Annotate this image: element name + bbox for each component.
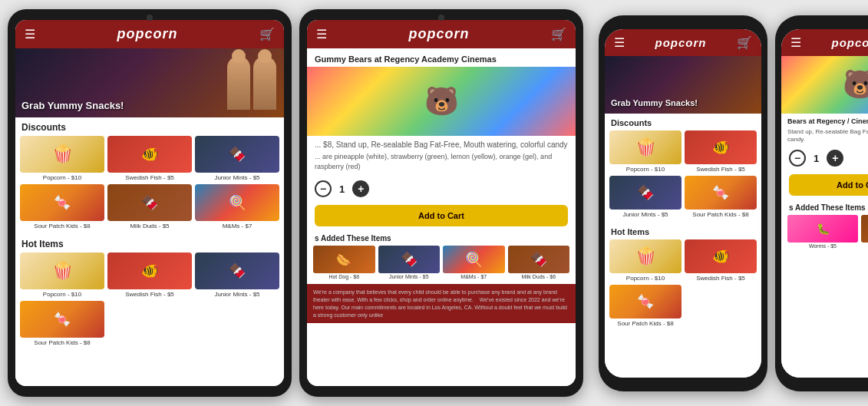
- hot-junior-img: [195, 253, 279, 289]
- hot-sour-1[interactable]: Sour Patch Kids - $8: [20, 301, 104, 346]
- popcorn-img: [20, 136, 104, 173]
- tablet-1-content: Grab Yummy Snacks! Discounts Popcorn - $…: [15, 48, 284, 386]
- worms-img: [787, 215, 858, 243]
- tablet-2-content: Gummy Bears at Regency Academy Cinemas .…: [307, 48, 576, 386]
- app-header-phone1: ☰ popcorn 🛒: [605, 29, 761, 56]
- hamburger-icon-phone2[interactable]: ☰: [790, 35, 801, 50]
- tablet-screen-2: ☰ popcorn 🛒 Gummy Bears at Regency Acade…: [307, 20, 576, 386]
- worms-label: Worms - $5: [809, 243, 837, 249]
- phone1-hot-popcorn-label: Popcorn - $10: [626, 275, 665, 282]
- phone1-sour[interactable]: Sour Patch Kids - $8: [685, 176, 757, 218]
- detail-desc-phone2: Stand up, Re-sealable Bag Fat-Free, ring…: [781, 127, 868, 146]
- qty-decrease-phone2[interactable]: −: [789, 150, 806, 167]
- others-hotdog-phone2[interactable]: Hot Dog - $8: [861, 215, 868, 249]
- tablet-device-2: ☰ popcorn 🛒 Gummy Bears at Regency Acade…: [299, 9, 583, 397]
- phone1-junior[interactable]: Junior Mints - $5: [609, 176, 682, 218]
- cart-icon-1[interactable]: 🛒: [259, 27, 275, 41]
- hot-popcorn-1[interactable]: Popcorn - $10: [20, 253, 104, 298]
- cart-icon-phone1[interactable]: 🛒: [737, 35, 752, 50]
- hot-popcorn-img: [20, 253, 104, 289]
- phone-notch-1: [660, 15, 706, 23]
- phone1-sour-visual: [685, 176, 757, 210]
- hotdog2-img: [861, 215, 868, 243]
- hot-sour-img: [20, 301, 104, 338]
- phone1-hot-popcorn-img: [609, 239, 682, 273]
- phone1-sour-img: [685, 176, 757, 210]
- phone1-hot-swedish-visual: [685, 239, 757, 273]
- tablet-notch-2: [438, 15, 444, 21]
- hot-swedish-1[interactable]: Swedish Fish - $5: [107, 253, 192, 298]
- others-hotdog-tablet[interactable]: Hot Dog - $8: [313, 246, 375, 279]
- others-junior-visual: [378, 246, 441, 273]
- hot-popcorn-visual: [20, 253, 104, 289]
- phone1-popcorn-visual: [609, 130, 682, 164]
- hot-sour-visual: [20, 301, 104, 338]
- phone1-swedish-label: Swedish Fish - $5: [696, 166, 745, 173]
- product-milkduds-1[interactable]: Milk Duds - $5: [107, 184, 192, 229]
- others-worms-phone2[interactable]: Worms - $5: [787, 215, 858, 249]
- quantity-row-tablet: − 1 +: [307, 176, 576, 202]
- hot-items-header-phone1: Hot Items: [605, 223, 761, 239]
- hamburger-icon-phone1[interactable]: ☰: [614, 35, 625, 50]
- phone1-hot-sour[interactable]: Sour Patch Kids - $8: [609, 285, 682, 327]
- app-header-phone2: ☰ popcorn 🛒: [781, 29, 868, 56]
- phone-screen-1: ☰ popcorn 🛒 Grab Yummy Snacks! Discounts…: [605, 29, 761, 378]
- others-milkduds-tablet[interactable]: Milk Duds - $6: [508, 246, 570, 279]
- qty-increase-phone2[interactable]: +: [827, 150, 843, 167]
- others-added-header-tablet: s Added These Items: [307, 229, 576, 246]
- popcorn-label-1: Popcorn - $10: [43, 174, 81, 181]
- worms-visual: [787, 215, 858, 243]
- cart-icon-2[interactable]: 🛒: [551, 27, 566, 41]
- discounts-grid-phone1: Popcorn - $10 Swedish Fish - $5 Junior M…: [605, 130, 761, 223]
- tablet-device-1: ☰ popcorn 🛒 Grab Yummy Snacks! Discounts: [8, 9, 292, 397]
- product-swedish-1[interactable]: Swedish Fish - $5: [107, 136, 192, 181]
- hot-swedish-label: Swedish Fish - $5: [125, 291, 174, 298]
- hot-items-grid-1: Popcorn - $10 Swedish Fish - $5 Junior M…: [15, 253, 284, 351]
- phone1-junior-img: [609, 176, 682, 210]
- product-mms-1[interactable]: M&Ms - $7: [195, 184, 279, 229]
- qty-increase-tablet[interactable]: +: [352, 180, 369, 197]
- phone1-hot-popcorn[interactable]: Popcorn - $10: [609, 239, 682, 282]
- others-mms-tablet[interactable]: M&Ms - $7: [443, 246, 505, 279]
- add-to-cart-tablet[interactable]: Add to Cart: [315, 205, 568, 226]
- qty-decrease-tablet[interactable]: −: [315, 180, 332, 197]
- detail-title-tablet: Gummy Bears at Regency Academy Cinemas: [307, 48, 576, 67]
- phone1-popcorn[interactable]: Popcorn - $10: [609, 130, 682, 173]
- hot-swedish-img: [107, 253, 192, 289]
- product-junior-1[interactable]: Junior Mints - $5: [195, 136, 279, 181]
- others-milkduds-label: Milk Duds - $6: [521, 274, 556, 279]
- hot-junior-label: Junior Mints - $5: [214, 291, 259, 298]
- app-header-1: ☰ popcorn 🛒: [15, 20, 284, 48]
- add-to-cart-phone2[interactable]: Add to Cart: [789, 174, 868, 196]
- discounts-header-1: Discounts: [15, 117, 284, 136]
- phone-device-1: ☰ popcorn 🛒 Grab Yummy Snacks! Discounts…: [599, 15, 767, 391]
- hot-junior-1[interactable]: Junior Mints - $5: [195, 253, 279, 298]
- hotdog-visual: [313, 246, 375, 273]
- others-mms-label: M&Ms - $7: [460, 274, 487, 279]
- phone1-sour-label: Sour Patch Kids - $8: [692, 211, 748, 218]
- phone1-content: Grab Yummy Snacks! Discounts Popcorn - $…: [605, 56, 761, 378]
- phone1-hot-swedish-img: [685, 239, 757, 273]
- phone1-swedish[interactable]: Swedish Fish - $5: [685, 130, 757, 173]
- product-sour-1[interactable]: Sour Patch Kids - $8: [20, 184, 104, 229]
- hot-items-grid-phone1: Popcorn - $10 Swedish Fish - $5 Sour Pat…: [605, 239, 761, 332]
- others-milkduds-img: [508, 246, 570, 273]
- others-added-grid-tablet: Hot Dog - $8 Junior Mints - $5 M&Ms - $7…: [307, 246, 576, 284]
- product-popcorn-1[interactable]: Popcorn - $10: [20, 136, 104, 181]
- tablet-screen-1: ☰ popcorn 🛒 Grab Yummy Snacks! Discounts: [15, 20, 284, 386]
- footer-text-tablet: We're a company that believes that every…: [307, 284, 576, 323]
- others-added-grid-phone2: Worms - $5 Hot Dog - $8: [781, 215, 868, 253]
- others-junior-tablet[interactable]: Junior Mints - $5: [378, 246, 441, 279]
- hero-figures: [227, 48, 276, 117]
- milkduds-visual: [107, 184, 192, 221]
- hot-items-header-1: Hot Items: [15, 234, 284, 253]
- hamburger-icon[interactable]: ☰: [25, 27, 35, 41]
- app-title-phone1: popcorn: [655, 36, 707, 49]
- others-mms-visual: [443, 246, 505, 273]
- phone1-hot-swedish[interactable]: Swedish Fish - $5: [685, 239, 757, 282]
- milkduds-label-1: Milk Duds - $5: [130, 223, 169, 229]
- hamburger-icon-2[interactable]: ☰: [316, 27, 327, 41]
- phone1-hot-swedish-label: Swedish Fish - $5: [696, 275, 745, 282]
- junior-visual: [195, 136, 279, 173]
- sour-img: [20, 184, 104, 221]
